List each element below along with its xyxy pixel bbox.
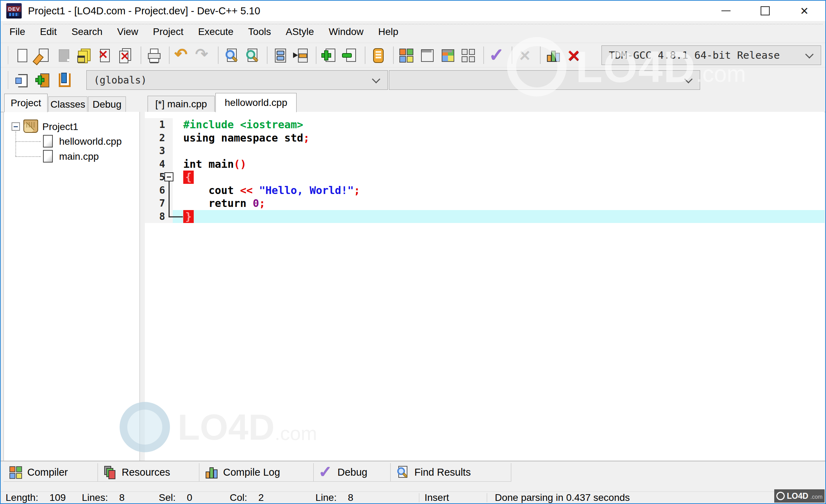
code-text: cout << "Hello, World!";: [183, 184, 360, 197]
menu-astyle[interactable]: AStyle: [278, 21, 321, 43]
app-icon: DEV: [6, 3, 22, 19]
tab-debug[interactable]: Debug: [88, 96, 126, 112]
code-editor[interactable]: 1#include <iostream>2using namespace std…: [145, 112, 825, 461]
panel-splitter[interactable]: [140, 112, 145, 461]
code-token: return: [208, 197, 252, 209]
code-line[interactable]: 1#include <iostream>: [145, 118, 825, 131]
code-area: 1#include <iostream>2using namespace std…: [145, 118, 825, 223]
new-window-icon-part: [422, 50, 432, 52]
redo-button[interactable]: [194, 46, 211, 64]
remove-from-project-button[interactable]: [341, 46, 358, 64]
resources-pages-icon-part: [108, 470, 115, 479]
tab-project[interactable]: Project: [4, 94, 48, 112]
add-to-project-button[interactable]: [320, 46, 337, 64]
menu-file[interactable]: File: [2, 21, 33, 43]
menu-help[interactable]: Help: [371, 21, 406, 43]
menu-tools[interactable]: Tools: [241, 21, 278, 43]
save-file-button[interactable]: [55, 46, 72, 64]
devcpp-window: DEV Project1 - [LO4D.com - Project.dev] …: [0, 0, 826, 504]
insert-button[interactable]: [13, 71, 31, 89]
save-all-button[interactable]: [75, 46, 93, 64]
print-button[interactable]: [145, 46, 162, 64]
menu-execute[interactable]: Execute: [191, 21, 241, 43]
replace-button[interactable]: [243, 46, 260, 64]
code-line[interactable]: 2using namespace std;: [145, 131, 825, 145]
toolbar-separator: [512, 46, 512, 64]
abort-profile-button[interactable]: [565, 46, 582, 64]
toolbar-separator: [169, 46, 170, 64]
minimize-button[interactable]: [706, 1, 746, 21]
status-field-value: 8: [119, 492, 125, 503]
find-icon: [223, 47, 239, 63]
compiler-grid-icon-part: [9, 466, 15, 472]
run-button[interactable]: [292, 46, 309, 64]
add-bookmark-button[interactable]: [34, 71, 51, 89]
maximize-button[interactable]: [746, 1, 785, 21]
report-tab-label: Debug: [337, 467, 367, 478]
debug-check-icon: [319, 465, 333, 479]
report-tab-compiler[interactable]: Compiler: [3, 463, 98, 481]
tree-item-main-cpp[interactable]: main.cpp: [59, 151, 99, 162]
status-message: Done parsing in 0.437 seconds: [495, 492, 630, 503]
menu-window[interactable]: Window: [321, 21, 371, 43]
close-file-button[interactable]: [96, 46, 113, 64]
compiler-select[interactable]: TDM-GCC 4.8.1 64-bit Release: [601, 45, 821, 65]
member-select[interactable]: [389, 70, 700, 90]
window-layout-button[interactable]: [459, 46, 477, 64]
report-tab-resources[interactable]: Resources: [98, 463, 199, 481]
tree-root-label[interactable]: Project1: [42, 121, 78, 132]
report-tab-find-results[interactable]: Find Results: [391, 463, 511, 481]
goto-bookmark-button[interactable]: [55, 71, 72, 89]
abort-button[interactable]: [516, 46, 533, 64]
package-manager-button[interactable]: [369, 46, 386, 64]
report-tab-compile-log[interactable]: Compile Log: [199, 463, 314, 481]
new-project-icon-part: [407, 49, 413, 55]
compiler-grid-icon-part: [16, 466, 22, 472]
tab-classes[interactable]: Classes: [48, 96, 87, 112]
open-file-button[interactable]: [34, 46, 51, 64]
code-text: {: [183, 171, 194, 184]
menu-search[interactable]: Search: [64, 21, 110, 43]
abort-icon: [517, 47, 533, 63]
tab-strip: ProjectClassesDebug [*] main.cpphellowor…: [1, 92, 825, 112]
report-tab-debug[interactable]: Debug: [314, 463, 391, 481]
undo-button[interactable]: [173, 46, 191, 64]
compile-icon-part: [277, 56, 284, 60]
app-icon-text: DEV: [7, 6, 21, 12]
new-file-button[interactable]: [13, 46, 31, 64]
menu-view[interactable]: View: [110, 21, 145, 43]
code-line[interactable]: 7 return 0;: [145, 197, 825, 210]
compile-button[interactable]: [271, 46, 289, 64]
profile-button[interactable]: [544, 46, 562, 64]
fold-toggle[interactable]: [164, 172, 173, 181]
project-panel: Project1 helloworld.cppmain.cpp: [3, 112, 140, 461]
editor-tab[interactable]: helloworld.cpp: [215, 93, 297, 112]
class-browser-select[interactable]: (globals): [86, 70, 388, 90]
report-tab-label: Compile Log: [223, 467, 280, 478]
menu-edit[interactable]: Edit: [33, 21, 64, 43]
tree-item-helloworld-cpp[interactable]: helloworld.cpp: [59, 136, 122, 147]
code-token: ;: [354, 184, 360, 196]
menu-project[interactable]: Project: [145, 21, 191, 43]
code-line[interactable]: 4int main(): [145, 158, 825, 171]
menu-bar: FileEditSearchViewProjectExecuteToolsASt…: [1, 21, 825, 43]
editor-tab[interactable]: [*] main.cpp: [148, 96, 215, 112]
project-options-button[interactable]: [439, 46, 456, 64]
status-field-line: Line:8: [315, 492, 353, 503]
code-line[interactable]: 6 cout << "Hello, World!";: [145, 184, 825, 197]
code-line[interactable]: 5{: [145, 171, 825, 184]
report-tabs: CompilerResourcesCompile LogDebugFind Re…: [3, 463, 511, 482]
check-syntax-button[interactable]: [487, 46, 505, 64]
find-button[interactable]: [222, 46, 240, 64]
tree-collapse-toggle[interactable]: [12, 122, 20, 131]
close-all-button[interactable]: [116, 46, 134, 64]
compiler-grid-icon: [8, 465, 22, 479]
window-layout-icon-part: [462, 49, 468, 55]
new-project-button[interactable]: [397, 46, 415, 64]
close-button[interactable]: ✕: [785, 1, 824, 21]
code-line[interactable]: 8}: [145, 210, 825, 223]
code-line[interactable]: 3: [145, 144, 825, 158]
line-number: 2: [145, 131, 173, 145]
check-syntax-icon: [488, 47, 504, 63]
new-window-button[interactable]: [418, 46, 435, 64]
